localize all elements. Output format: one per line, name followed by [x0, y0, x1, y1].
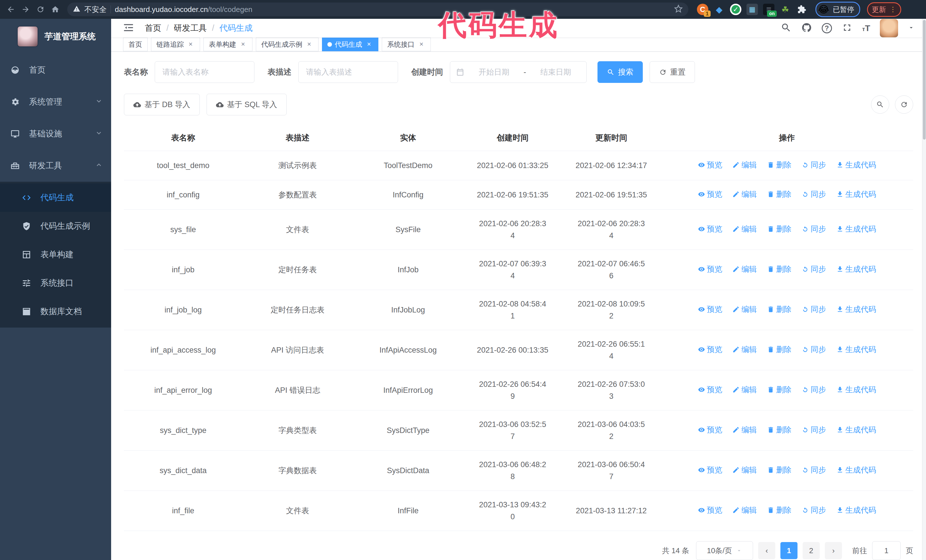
fullscreen-icon[interactable] [842, 22, 852, 34]
security-label[interactable]: 不安全 [84, 5, 107, 15]
close-icon[interactable]: × [418, 41, 425, 48]
delete-link[interactable]: 删除 [767, 303, 791, 315]
font-size-icon[interactable]: тT [862, 23, 870, 33]
edit-link[interactable]: 编辑 [732, 424, 757, 436]
sidebar-item-home[interactable]: 首页 [0, 54, 111, 86]
edit-link[interactable]: 编辑 [732, 159, 757, 171]
generate-code-link[interactable]: 生成代码 [836, 303, 876, 315]
extension-gem-icon[interactable]: ◆ [713, 4, 725, 15]
extension-plant-icon[interactable]: ☘ [779, 4, 791, 15]
prev-page-button[interactable]: ‹ [758, 542, 775, 559]
sidebar-item-db-doc[interactable]: 数据库文档 [0, 297, 111, 326]
caret-down-icon[interactable] [908, 24, 915, 32]
refresh-table-button[interactable] [895, 95, 913, 114]
date-range-picker[interactable]: 开始日期 - 结束日期 [450, 61, 587, 83]
generate-code-link[interactable]: 生成代码 [836, 159, 876, 171]
sync-link[interactable]: 同步 [802, 464, 826, 476]
preview-link[interactable]: 预览 [698, 424, 722, 436]
page-size-select[interactable]: 10条/页 [696, 541, 753, 560]
sidebar-item-codegen[interactable]: 代码生成 [0, 183, 111, 212]
browser-profile-chip[interactable]: 😂 已暂停 [816, 2, 860, 17]
github-icon[interactable] [801, 22, 812, 34]
page-button-2[interactable]: 2 [803, 542, 820, 559]
breadcrumb-home[interactable]: 首页 [145, 23, 161, 34]
generate-code-link[interactable]: 生成代码 [836, 384, 876, 395]
address-bar[interactable]: 不安全 dashboard.yudao.iocoder.cn/tool/code… [67, 3, 688, 16]
table-name-input[interactable] [155, 61, 254, 83]
menu-dots-icon[interactable]: ⋮ [890, 7, 896, 12]
extensions-puzzle-icon[interactable] [796, 4, 808, 15]
preview-link[interactable]: 预览 [698, 464, 722, 476]
edit-link[interactable]: 编辑 [732, 263, 757, 275]
preview-link[interactable]: 预览 [698, 303, 722, 315]
close-icon[interactable]: × [239, 41, 247, 48]
delete-link[interactable]: 删除 [767, 188, 791, 200]
delete-link[interactable]: 删除 [767, 223, 791, 235]
delete-link[interactable]: 删除 [767, 344, 791, 355]
reset-button[interactable]: 重置 [650, 61, 695, 83]
delete-link[interactable]: 删除 [767, 159, 791, 171]
tab-codegen-example[interactable]: 代码生成示例× [256, 38, 319, 51]
sidebar-item-system-api[interactable]: 系统接口 [0, 269, 111, 297]
tab-codegen[interactable]: 代码生成× [322, 38, 378, 51]
delete-link[interactable]: 删除 [767, 424, 791, 436]
browser-forward-icon[interactable] [20, 3, 32, 16]
generate-code-link[interactable]: 生成代码 [836, 464, 876, 476]
breadcrumb-devtools[interactable]: 研发工具 [174, 23, 207, 34]
preview-link[interactable]: 预览 [698, 223, 722, 235]
sidebar-item-form-builder[interactable]: 表单构建 [0, 240, 111, 269]
search-button[interactable]: 搜索 [598, 61, 643, 83]
sidebar-item-devtools[interactable]: 研发工具 [0, 150, 111, 182]
sync-link[interactable]: 同步 [802, 188, 826, 200]
edit-link[interactable]: 编辑 [732, 303, 757, 315]
goto-page-input[interactable] [872, 541, 901, 560]
delete-link[interactable]: 删除 [767, 263, 791, 275]
edit-link[interactable]: 编辑 [732, 384, 757, 395]
sync-link[interactable]: 同步 [802, 504, 826, 516]
extension-grid-icon[interactable]: ▦ [746, 4, 758, 15]
edit-link[interactable]: 编辑 [732, 188, 757, 200]
import-db-button[interactable]: 基于 DB 导入 [124, 94, 200, 115]
tab-system-api[interactable]: 系统接口× [382, 38, 431, 51]
sync-link[interactable]: 同步 [802, 223, 826, 235]
delete-link[interactable]: 删除 [767, 504, 791, 516]
help-icon[interactable]: ? [822, 23, 832, 33]
edit-link[interactable]: 编辑 [732, 464, 757, 476]
sync-link[interactable]: 同步 [802, 159, 826, 171]
preview-link[interactable]: 预览 [698, 188, 722, 200]
table-desc-input[interactable] [298, 61, 398, 83]
generate-code-link[interactable]: 生成代码 [836, 188, 876, 200]
sidebar-item-infra[interactable]: 基础设施 [0, 118, 111, 150]
page-button-1[interactable]: 1 [781, 542, 797, 559]
tab-trace[interactable]: 链路追踪× [151, 38, 200, 51]
browser-update-button[interactable]: 更新 ⋮ [867, 2, 901, 17]
scrollbar-thumb[interactable] [923, 20, 926, 140]
delete-link[interactable]: 删除 [767, 384, 791, 395]
search-icon[interactable] [781, 22, 791, 34]
preview-link[interactable]: 预览 [698, 504, 722, 516]
import-sql-button[interactable]: 基于 SQL 导入 [207, 94, 287, 115]
sync-link[interactable]: 同步 [802, 384, 826, 395]
preview-link[interactable]: 预览 [698, 344, 722, 355]
edit-link[interactable]: 编辑 [732, 344, 757, 355]
sync-link[interactable]: 同步 [802, 303, 826, 315]
sidebar-item-system[interactable]: 系统管理 [0, 86, 111, 118]
preview-link[interactable]: 预览 [698, 159, 722, 171]
edit-link[interactable]: 编辑 [732, 223, 757, 235]
sidebar-collapse-icon[interactable] [123, 22, 135, 35]
next-page-button[interactable]: › [825, 542, 842, 559]
preview-link[interactable]: 预览 [698, 263, 722, 275]
generate-code-link[interactable]: 生成代码 [836, 344, 876, 355]
user-avatar[interactable] [880, 19, 898, 37]
extension-c-icon[interactable]: C1 [697, 4, 708, 15]
close-icon[interactable]: × [187, 41, 195, 48]
sync-link[interactable]: 同步 [802, 424, 826, 436]
delete-link[interactable]: 删除 [767, 464, 791, 476]
browser-reload-icon[interactable] [34, 3, 47, 16]
close-icon[interactable]: × [365, 41, 373, 48]
toggle-search-button[interactable] [871, 95, 889, 114]
extension-check-icon[interactable]: ✓ [730, 4, 741, 15]
preview-link[interactable]: 预览 [698, 384, 722, 395]
sidebar-item-codegen-example[interactable]: 代码生成示例 [0, 212, 111, 240]
generate-code-link[interactable]: 生成代码 [836, 504, 876, 516]
